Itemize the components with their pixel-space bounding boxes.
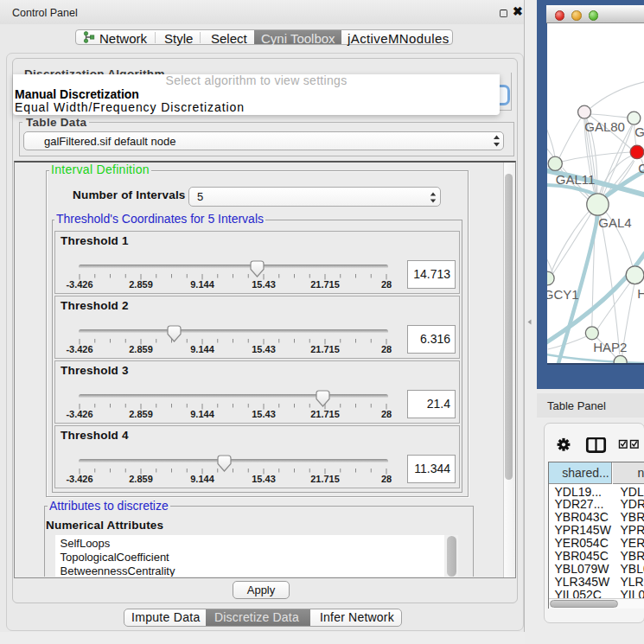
svg-text:GAL80: GAL80 bbox=[584, 119, 625, 134]
svg-text:GAL11: GAL11 bbox=[555, 172, 595, 187]
svg-text:GCY1: GCY1 bbox=[547, 287, 579, 302]
svg-text:GAL4: GAL4 bbox=[598, 215, 631, 230]
svg-text:H: H bbox=[637, 286, 644, 301]
svg-text:GA: GA bbox=[634, 124, 644, 139]
svg-text:C: C bbox=[638, 161, 644, 175]
svg-text:HAP2: HAP2 bbox=[593, 340, 627, 354]
